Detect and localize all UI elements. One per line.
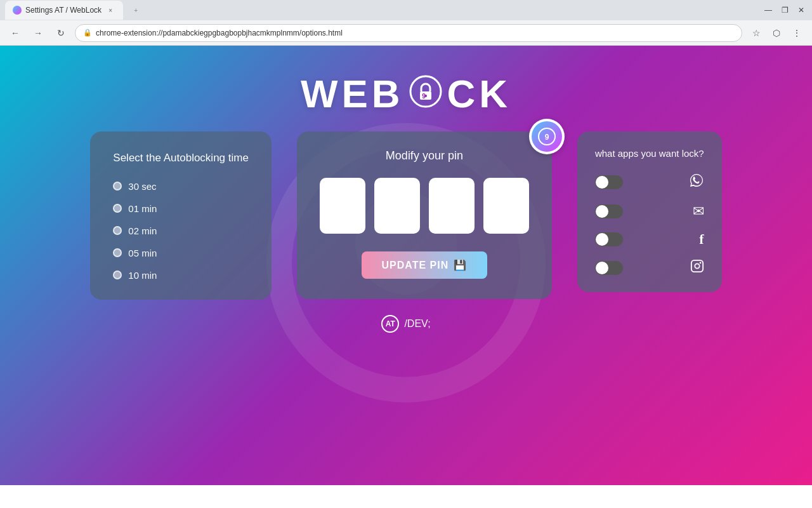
address-bar[interactable]: 🔒 chrome-extension://pdamabckiegpgbagbop… — [75, 24, 742, 42]
label-10min: 10 min — [128, 270, 157, 281]
bookmark-button[interactable]: ☆ — [747, 24, 765, 42]
email-icon: ✉ — [693, 203, 704, 220]
label-5min: 05 min — [128, 248, 157, 258]
svg-point-11 — [699, 262, 701, 264]
radio-1min[interactable] — [113, 204, 122, 213]
instagram-toggle-knob — [596, 262, 608, 274]
reload-button[interactable]: ↻ — [52, 24, 70, 42]
window-controls: — ❐ ✕ — [763, 4, 807, 16]
update-pin-label: UPDATE PIN — [382, 260, 449, 271]
option-2min[interactable]: 02 min — [113, 225, 249, 236]
extension-button[interactable]: ⬡ — [768, 24, 785, 42]
instagram-icon — [690, 259, 704, 277]
close-button[interactable]: ✕ — [796, 4, 807, 16]
autoblocking-title: Select the Autoblocking time — [113, 150, 249, 166]
option-10min[interactable]: 10 min — [113, 270, 249, 281]
svg-text:9: 9 — [422, 93, 429, 100]
option-30sec[interactable]: 30 sec — [113, 181, 249, 192]
browser-chrome: Settings AT / WebLock × + — ❐ ✕ ← → ↻ 🔒 … — [0, 0, 812, 46]
maximize-button[interactable]: ❐ — [779, 4, 790, 16]
radio-10min[interactable] — [113, 271, 122, 279]
app-row-whatsapp — [595, 173, 704, 192]
tab-favicon — [13, 6, 22, 15]
left-panel: Select the Autoblocking time 30 sec 01 m… — [90, 131, 272, 300]
ssl-lock-icon: 🔒 — [83, 29, 92, 37]
pin-input-1[interactable] — [320, 178, 365, 234]
address-bar-row: ← → ↻ 🔒 chrome-extension://pdamabckiegpg… — [0, 20, 812, 46]
footer-logo-text: AT — [386, 319, 395, 328]
app-row-email: ✉ — [595, 203, 704, 220]
label-1min: 01 min — [128, 203, 157, 214]
svg-point-10 — [695, 264, 699, 268]
radio-5min[interactable] — [113, 248, 122, 257]
apps-title: what apps you want lock? — [595, 147, 704, 160]
title-bar: Settings AT / WebLock × + — ❐ ✕ — [0, 0, 812, 20]
pin-logo-inner: 9 — [532, 121, 562, 152]
whatsapp-toggle[interactable] — [595, 175, 623, 189]
facebook-toggle[interactable] — [595, 232, 623, 246]
whatsapp-icon — [689, 173, 704, 192]
pin-input-3[interactable] — [429, 178, 475, 234]
app-row-facebook: f — [595, 231, 704, 248]
toolbar-icons: ☆ ⬡ ⋮ — [747, 24, 806, 42]
whatsapp-toggle-knob — [596, 176, 608, 189]
floppy-icon: 💾 — [454, 259, 467, 271]
forward-button[interactable]: → — [29, 24, 47, 42]
label-30sec: 30 sec — [128, 181, 156, 192]
facebook-icon: f — [699, 231, 704, 248]
tab-close-button[interactable]: × — [105, 5, 115, 15]
back-button[interactable]: ← — [6, 24, 24, 42]
svg-text:9: 9 — [545, 133, 549, 142]
label-2min: 02 min — [128, 225, 157, 236]
radio-2min[interactable] — [113, 226, 122, 235]
update-pin-button[interactable]: UPDATE PIN 💾 — [362, 251, 488, 279]
footer: AT /DEV; — [381, 315, 430, 333]
panels-row: Select the Autoblocking time 30 sec 01 m… — [0, 131, 812, 300]
instagram-toggle[interactable] — [595, 261, 623, 275]
option-1min[interactable]: 01 min — [113, 203, 249, 214]
tab-title: Settings AT / WebLock — [25, 6, 102, 15]
radio-30sec[interactable] — [113, 182, 122, 190]
address-text: chrome-extension://pdamabckiegpgbagbopbj… — [96, 29, 734, 37]
footer-logo-circle: AT — [381, 315, 399, 333]
new-tab-button[interactable]: + — [128, 3, 143, 18]
option-5min[interactable]: 05 min — [113, 248, 249, 258]
title-web: WEB — [301, 71, 404, 116]
pin-input-4[interactable] — [483, 178, 529, 234]
modify-pin-label: Modify your pin — [386, 149, 463, 163]
svg-rect-9 — [691, 260, 703, 272]
footer-dev-text: /DEV; — [404, 318, 430, 330]
main-title: WEB 9 CK — [301, 71, 511, 116]
page-content: 9 WEB 9 CK Select the Autoblocking time … — [0, 46, 812, 485]
menu-button[interactable]: ⋮ — [788, 24, 806, 42]
pin-inputs-row — [320, 178, 529, 234]
email-toggle-knob — [596, 205, 608, 218]
footer-logo: AT — [381, 315, 399, 333]
right-panel: what apps you want lock? ✉ — [577, 131, 722, 292]
facebook-toggle-knob — [596, 233, 608, 246]
minimize-button[interactable]: — — [763, 4, 774, 16]
email-toggle[interactable] — [595, 204, 623, 218]
pin-input-2[interactable] — [374, 178, 420, 234]
pin-logo-circle: 9 — [529, 119, 565, 154]
browser-tab[interactable]: Settings AT / WebLock × — [5, 1, 123, 20]
title-ck: CK — [447, 71, 512, 116]
title-lock-area: 9 — [409, 75, 442, 108]
center-panel: 9 Modify your pin UPDATE PIN 💾 — [297, 131, 552, 299]
app-row-instagram — [595, 259, 704, 277]
